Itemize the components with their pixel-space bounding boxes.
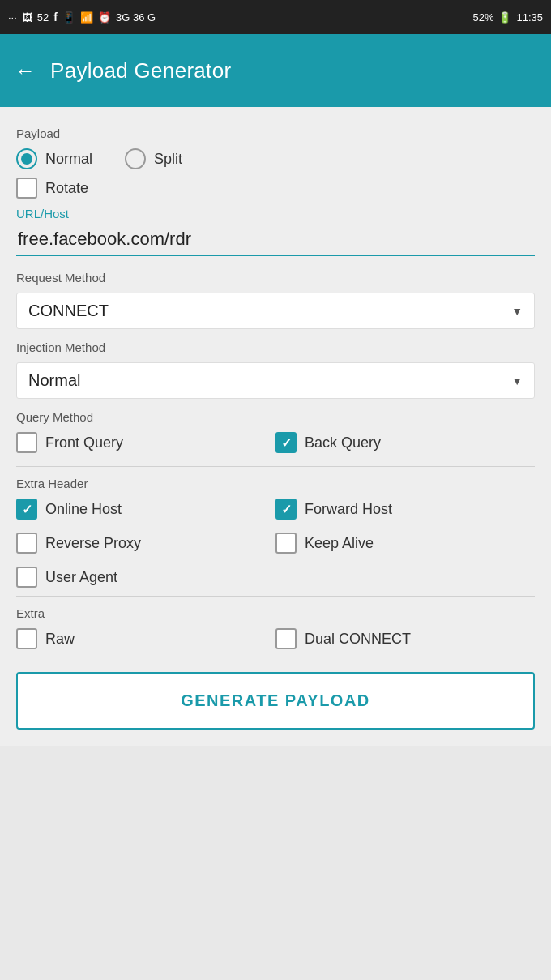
checkbox-back-query-box[interactable]	[276, 432, 297, 453]
radio-split-circle[interactable]	[125, 148, 146, 169]
checkbox-front-query-label: Front Query	[45, 434, 123, 451]
checkbox-forward-host[interactable]: Forward Host	[276, 499, 535, 520]
notification-dots: ···	[8, 11, 17, 24]
checkbox-reverse-proxy[interactable]: Reverse Proxy	[16, 533, 276, 554]
checkbox-raw[interactable]: Raw	[16, 628, 276, 649]
injection-method-arrow-icon: ▼	[511, 374, 523, 387]
url-input[interactable]	[16, 224, 535, 255]
injection-method-value: Normal	[28, 371, 80, 390]
back-button[interactable]: ←	[15, 58, 36, 83]
checkbox-keep-alive-label: Keep Alive	[305, 535, 374, 552]
clock-time: 11:35	[516, 11, 543, 24]
query-method-label: Query Method	[16, 410, 535, 424]
checkbox-user-agent-label: User Agent	[45, 569, 117, 586]
extra-header-label: Extra Header	[16, 477, 535, 490]
checkbox-raw-box[interactable]	[16, 628, 37, 649]
checkbox-reverse-proxy-box[interactable]	[16, 533, 37, 554]
injection-method-dropdown[interactable]: Normal ▼	[16, 362, 535, 399]
radio-split[interactable]: Split	[125, 148, 182, 169]
extra-col-left: Raw	[16, 628, 276, 654]
checkbox-front-query[interactable]: Front Query	[16, 432, 276, 453]
extra-header-col-left-2: Reverse Proxy	[16, 533, 276, 558]
whatsapp-icon: 📱	[62, 11, 75, 24]
query-method-col-right: Back Query	[276, 432, 535, 458]
checkbox-keep-alive[interactable]: Keep Alive	[276, 533, 535, 554]
status-bar: ··· 🖼 52 f 📱 📶 ⏰ 3G 36 G 52% 🔋 11:35	[0, 0, 551, 34]
extra-header-col-left-1: Online Host	[16, 499, 276, 524]
checkbox-front-query-box[interactable]	[16, 432, 37, 453]
query-method-grid: Front Query Back Query	[16, 432, 535, 458]
generate-payload-button[interactable]: GENERATE PAYLOAD	[16, 672, 535, 730]
query-method-col-left: Front Query	[16, 432, 276, 458]
extra-header-grid-row1: Online Host Forward Host	[16, 499, 535, 524]
payload-section-label: Payload	[16, 126, 535, 140]
divider-1	[16, 466, 535, 467]
checkbox-rotate[interactable]: Rotate	[16, 178, 535, 199]
checkbox-raw-label: Raw	[45, 631, 75, 648]
facebook-icon: f	[53, 11, 58, 24]
checkbox-keep-alive-box[interactable]	[276, 533, 297, 554]
extra-header-col-right-2: Keep Alive	[276, 533, 535, 558]
checkbox-forward-host-label: Forward Host	[305, 501, 392, 518]
checkbox-forward-host-box[interactable]	[276, 499, 297, 520]
checkbox-dual-connect-box[interactable]	[276, 628, 297, 649]
extra-col-right: Dual CONNECT	[276, 628, 535, 654]
checkbox-online-host[interactable]: Online Host	[16, 499, 276, 520]
checkbox-dual-connect-label: Dual CONNECT	[305, 631, 411, 648]
radio-split-label: Split	[154, 151, 182, 168]
checkbox-online-host-box[interactable]	[16, 499, 37, 520]
checkbox-user-agent-box[interactable]	[16, 567, 37, 588]
battery-percent: 52%	[472, 11, 493, 24]
extra-header-col-right-1: Forward Host	[276, 499, 535, 524]
content-area: Payload Normal Split Rotate URL/Host Req…	[0, 107, 551, 746]
network-type: 3G 36 G	[116, 11, 156, 24]
checkbox-online-host-label: Online Host	[45, 501, 122, 518]
checkbox-back-query-label: Back Query	[305, 434, 381, 451]
status-bar-left: ··· 🖼 52 f 📱 📶 ⏰ 3G 36 G	[8, 11, 156, 24]
request-method-value: CONNECT	[28, 302, 109, 320]
battery-icon: 🔋	[498, 11, 511, 24]
extra-header-grid-row2: Reverse Proxy Keep Alive	[16, 533, 535, 558]
app-bar: ← Payload Generator	[0, 34, 551, 107]
app-title: Payload Generator	[50, 58, 231, 83]
payload-radio-group: Normal Split	[16, 148, 535, 169]
radio-normal-circle[interactable]	[16, 148, 37, 169]
divider-2	[16, 596, 535, 597]
checkbox-user-agent[interactable]: User Agent	[16, 567, 535, 588]
status-bar-right: 52% 🔋 11:35	[472, 11, 543, 24]
checkbox-rotate-box[interactable]	[16, 178, 37, 199]
checkbox-reverse-proxy-label: Reverse Proxy	[45, 535, 141, 552]
signal-icon: 📶	[80, 11, 93, 24]
radio-normal-label: Normal	[45, 151, 92, 168]
checkbox-back-query[interactable]: Back Query	[276, 432, 535, 453]
photo-icon: 🖼	[22, 11, 32, 24]
notification-count: 52	[37, 11, 49, 24]
url-host-label: URL/Host	[16, 207, 535, 220]
request-method-arrow-icon: ▼	[511, 305, 523, 318]
request-method-label: Request Method	[16, 271, 535, 285]
extra-grid: Raw Dual CONNECT	[16, 628, 535, 654]
request-method-dropdown[interactable]: CONNECT ▼	[16, 293, 535, 329]
radio-normal[interactable]: Normal	[16, 148, 92, 169]
clock-icon: ⏰	[98, 11, 111, 24]
checkbox-rotate-label: Rotate	[45, 180, 88, 197]
checkbox-dual-connect[interactable]: Dual CONNECT	[276, 628, 535, 649]
injection-method-label: Injection Method	[16, 340, 535, 354]
extra-section-label: Extra	[16, 606, 535, 620]
url-input-wrap	[16, 224, 535, 256]
